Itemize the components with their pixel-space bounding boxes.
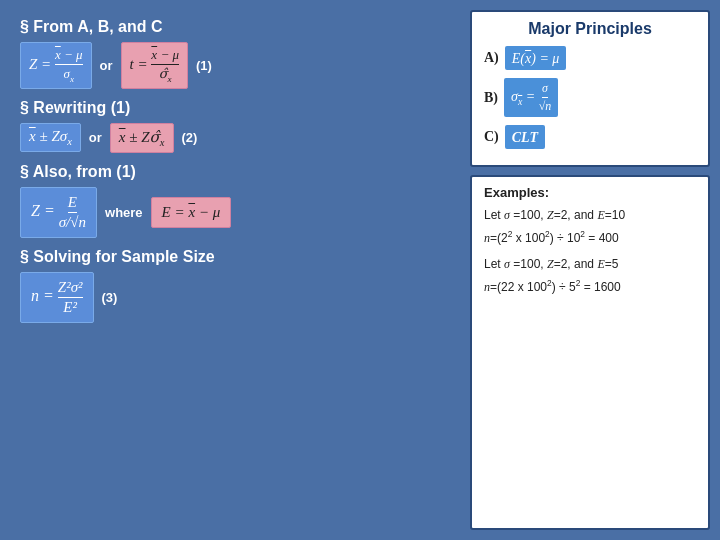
num-label-1: (1) (196, 58, 212, 73)
formula-row-1: Z = x − μ σx or t = x − μ σ̂x (20, 42, 440, 89)
section4-header: § Solving for Sample Size (20, 248, 440, 266)
formula-xbar-z-text: x ± Zσx (29, 128, 72, 147)
formula-e-pink: E = x − μ (151, 197, 232, 228)
example1-formula: n=(22 x 1002) ÷ 102 = 400 (484, 228, 696, 247)
principle-c-row: C) CLT (484, 125, 696, 149)
principle-a-text: E(x) = μ (512, 51, 560, 66)
where-label: where (105, 205, 143, 220)
section3: § Also, from (1) Z = E σ/√n where E = x … (20, 163, 440, 238)
formula-t-text: t = x − μ σ̂x (130, 47, 179, 84)
num-label-3: (3) (102, 290, 118, 305)
right-panel: Major Principles A) E(x) = μ B) σx = σ (460, 0, 720, 540)
principle-b-text: σx = σ √n (511, 89, 551, 104)
major-principles-box: Major Principles A) E(x) = μ B) σx = σ (470, 10, 710, 167)
main-container: § From A, B, and C Z = x − μ σx or t = (0, 0, 720, 540)
examples-title: Examples: (484, 185, 696, 200)
formula-xbar-z-blue: x ± Zσx (20, 123, 81, 152)
section1: § From A, B, and C Z = x − μ σx or t = (20, 18, 440, 89)
principle-c-label: C) (484, 129, 499, 145)
or-label-2: or (89, 130, 102, 145)
formula-t-pink: t = x − μ σ̂x (121, 42, 188, 89)
formula-row-3: Z = E σ/√n where E = x − μ (20, 187, 440, 238)
formula-xbar-zt-text: x ± Zσ̂x (119, 128, 165, 148)
example1-text: Let σ =100, Z=2, and E=10 (484, 206, 696, 224)
major-principles-title: Major Principles (484, 20, 696, 38)
formula-z-text: Z = x − μ σx (29, 47, 83, 84)
example2-formula: n=(22 x 1002) ÷ 52 = 1600 (484, 277, 696, 296)
num-label-2: (2) (182, 130, 198, 145)
formula-row-2: x ± Zσx or x ± Zσ̂x (2) (20, 123, 440, 153)
or-label-1: or (100, 58, 113, 73)
left-panel: § From A, B, and C Z = x − μ σx or t = (0, 0, 460, 540)
examples-box: Examples: Let σ =100, Z=2, and E=10 n=(2… (470, 175, 710, 530)
formula-z-large-text: Z = E σ/√n (31, 194, 86, 231)
formula-n-text: n = Z²σ² E² (31, 279, 83, 316)
section2: § Rewriting (1) x ± Zσx or x ± Zσ̂x (2) (20, 99, 440, 153)
principle-a-row: A) E(x) = μ (484, 46, 696, 70)
principle-b-formula: σx = σ √n (504, 78, 558, 117)
principle-b-label: B) (484, 90, 498, 106)
principle-a-formula: E(x) = μ (505, 46, 567, 70)
example2-text: Let σ =100, Z=2, and E=5 (484, 255, 696, 273)
formula-e-text: E = x − μ (162, 204, 221, 221)
section3-header: § Also, from (1) (20, 163, 440, 181)
formula-z-large-blue: Z = E σ/√n (20, 187, 97, 238)
principle-c-formula: CLT (505, 125, 545, 149)
formula-xbar-zt-pink: x ± Zσ̂x (110, 123, 174, 153)
principle-c-text: CLT (512, 130, 538, 145)
formula-n-blue: n = Z²σ² E² (20, 272, 94, 323)
section4: § Solving for Sample Size n = Z²σ² E² (3… (20, 248, 440, 323)
principle-a-label: A) (484, 50, 499, 66)
section1-header: § From A, B, and C (20, 18, 440, 36)
section2-header: § Rewriting (1) (20, 99, 440, 117)
principle-b-row: B) σx = σ √n (484, 78, 696, 117)
formula-z-blue: Z = x − μ σx (20, 42, 92, 89)
formula-row-4: n = Z²σ² E² (3) (20, 272, 440, 323)
